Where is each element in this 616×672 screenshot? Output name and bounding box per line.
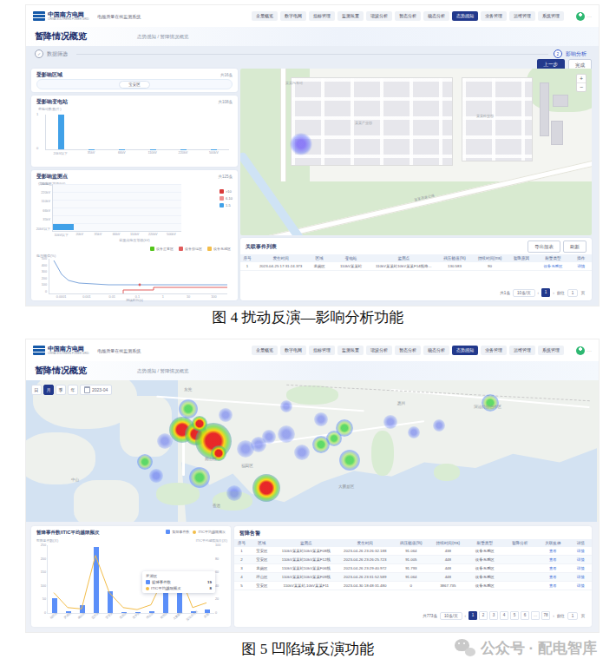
nav-item[interactable]: 指标管理	[309, 346, 335, 355]
zoom-out-button[interactable]: −	[577, 83, 586, 91]
user-avatar-icon[interactable]	[576, 12, 585, 21]
table-cell[interactable]: 详情	[569, 564, 592, 573]
goto-unit: 页	[580, 291, 585, 295]
table-cell: 设备无感区	[467, 556, 503, 564]
tick-label: 100	[41, 584, 46, 588]
prev-page-arrow[interactable]: ‹	[538, 291, 540, 295]
alarm-page-size-select[interactable]: 10条/页	[440, 612, 462, 620]
nav-item[interactable]: 暂态分析	[395, 11, 421, 21]
alarm-next-arrow[interactable]: ›	[553, 614, 554, 618]
table-cell[interactable]: 详情	[569, 556, 592, 564]
table-row[interactable]: 2宝安区110kV某某站10kV某某F12线2023-04-26 23:26:2…	[234, 556, 592, 564]
table-cell[interactable]: 详情	[569, 582, 592, 590]
nav-item[interactable]: 数字电网	[280, 11, 306, 21]
page-number[interactable]: …	[531, 611, 540, 620]
alarm-prev-arrow[interactable]: ‹	[465, 614, 467, 618]
tick-label: 100	[42, 283, 47, 287]
table-cell[interactable]: 查看	[536, 556, 569, 564]
nav-item[interactable]: 数字电网	[280, 346, 306, 355]
user-area[interactable]: ···	[576, 12, 592, 21]
brand-name: 中国南方电网	[48, 11, 88, 17]
nav-item[interactable]: 系统管理	[538, 346, 564, 355]
breadcrumb-2: 态势感知 / 暂降情况概览	[137, 368, 189, 374]
step1-check-icon: ✓	[35, 49, 43, 58]
page-number[interactable]: 3	[489, 611, 498, 620]
substation-chart-ylabel: 变电站数量(个)	[31, 107, 238, 111]
nav-item[interactable]: 运维管理	[509, 11, 535, 21]
next-page-arrow[interactable]: ›	[553, 291, 554, 295]
nav-item[interactable]: 态势感知	[452, 346, 478, 355]
date-picker[interactable]: 2023-04	[80, 385, 112, 395]
table-cell[interactable]: 查看	[536, 582, 569, 590]
affected-substation-card: 受影响变电站 共108条 变电站数量(个) 1 0 20kV以下35kV66kV…	[31, 96, 238, 167]
map-label: 深汕特别合作区	[474, 405, 501, 409]
refresh-button[interactable]: 刷新	[563, 240, 587, 253]
table-row[interactable]: 4坪山区110kV某某站10kV某某F09线2023-04-26 23:31:5…	[234, 573, 592, 582]
events-title: 关联事件列表	[246, 243, 277, 251]
page-number[interactable]: 4	[500, 611, 508, 620]
user-area-2[interactable]: ···	[576, 346, 592, 355]
page-number[interactable]: 6	[521, 611, 529, 620]
table-cell	[508, 262, 535, 271]
nav-item[interactable]: 全景概览	[252, 346, 278, 355]
goto-input[interactable]: 1	[567, 289, 579, 297]
user-more[interactable]: ···	[587, 348, 592, 353]
nav-item[interactable]: 全景概览	[252, 11, 278, 21]
tooltip-line-value: 8	[210, 586, 212, 590]
table-cell: 2023-04-26 23:26:32.188	[337, 547, 393, 556]
export-report-button[interactable]: 导出报表	[528, 240, 560, 253]
tooltip-line-label: ITIC平均越限频次	[151, 586, 181, 590]
alarm-goto-input[interactable]: 1	[567, 612, 579, 620]
map-zoom-control[interactable]: + −	[576, 74, 587, 92]
nav-item[interactable]: 稳态分析	[423, 11, 449, 21]
table-cell[interactable]: 详情	[569, 573, 592, 582]
nav-item[interactable]: 系统管理	[538, 11, 564, 21]
table-row[interactable]: 12023-04-25 17:31:24.373龙岗区110kV某某站110kV…	[240, 262, 592, 271]
granularity-segment[interactable]: 日	[31, 385, 42, 395]
zoom-in-button[interactable]: +	[577, 75, 586, 83]
nav-item[interactable]: 指标管理	[309, 11, 335, 21]
table-cell[interactable]: 设备无感区	[535, 262, 571, 271]
nav-item[interactable]: 监测装置	[337, 346, 364, 355]
nav-item[interactable]: 谐波分析	[366, 11, 392, 21]
events-pager: 共1条 10条/页 ‹ 1 › 前往 1 页	[500, 288, 585, 297]
fig5-heatmap[interactable]: 东莞惠州中山南山区福田区大鹏新区深汕特别合作区香港 日月季年 2023-04	[26, 380, 599, 522]
user-avatar-icon[interactable]	[576, 346, 585, 355]
tick-label: 66kV	[107, 233, 125, 237]
table-cell[interactable]: 查看	[536, 573, 569, 582]
affected-points-card: 受影响监测点 共125条 供电电压等级(kV) 500kV220kV110kV6…	[31, 170, 238, 300]
region-chip[interactable]: 宝安区	[119, 81, 150, 89]
region-chipbox[interactable]: 宝安区	[36, 79, 233, 89]
page-number[interactable]: 78	[541, 611, 550, 620]
nav-item[interactable]: 业务管理	[481, 346, 507, 355]
heat-blob	[408, 426, 420, 438]
table-cell[interactable]: 详情	[569, 547, 592, 556]
table-row[interactable]: 5宝安区110kV某某站,10kV某某F112023-04-30 18:48:3…	[234, 582, 592, 590]
fig4-map[interactable]: 某某汽车站某某产业园某某科技园某某高速公路 + −	[240, 69, 592, 235]
nav-item[interactable]: 态势感知	[452, 11, 478, 21]
table-row[interactable]: 3龙岗区110kV某某站10kV某某F06线2023-04-26 23:29:4…	[234, 564, 592, 573]
step2-label: 影响分析	[566, 50, 587, 58]
page-number[interactable]: 1	[469, 611, 477, 620]
page-number[interactable]: 2	[479, 611, 488, 620]
page-number[interactable]: 1	[541, 288, 550, 297]
granularity-segment[interactable]: 年	[68, 385, 78, 395]
page-size-select[interactable]: 10条/页	[513, 289, 535, 297]
table-cell[interactable]: 查看	[536, 564, 569, 573]
nav-item[interactable]: 稳态分析	[423, 346, 449, 355]
heat-blob	[192, 416, 207, 432]
fig5-screenshot: 中国南方电网 CHINA SOUTHERN POWER GRID 电能质量在线监…	[25, 339, 600, 633]
table-cell[interactable]: 查看	[536, 547, 569, 556]
nav-item[interactable]: 监测装置	[337, 11, 364, 21]
nav-item[interactable]: 业务管理	[481, 11, 507, 21]
page-number[interactable]: 5	[510, 611, 519, 620]
nav-item[interactable]: 谐波分析	[366, 346, 392, 355]
granularity-segment[interactable]: 季	[56, 385, 66, 395]
granularity-segment[interactable]: 月	[43, 385, 54, 395]
nav-item[interactable]: 暂态分析	[395, 346, 421, 355]
table-cell[interactable]: 详情	[571, 262, 592, 271]
nav-item[interactable]: 运维管理	[509, 346, 535, 355]
user-more[interactable]: ···	[587, 14, 592, 19]
table-row[interactable]: 1宝安区110kV某某站10kV某某F08线2023-04-26 23:26:3…	[234, 547, 592, 556]
map-label: 南山区	[205, 457, 217, 461]
